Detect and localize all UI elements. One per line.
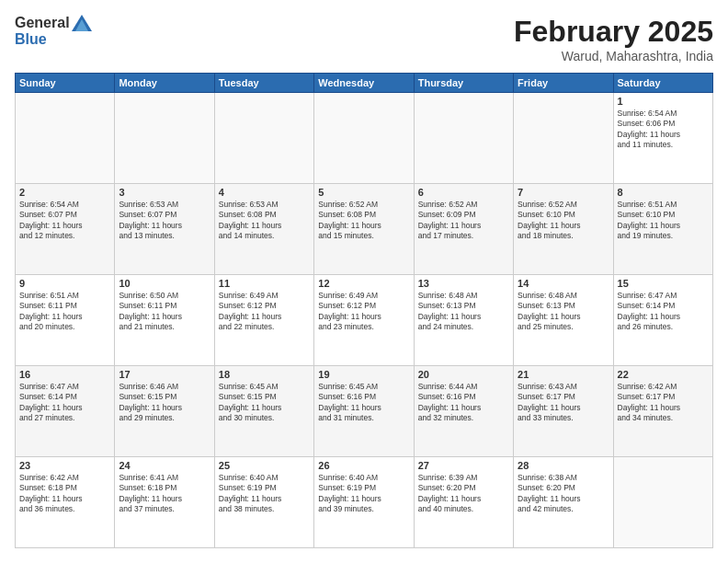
day-cell <box>16 93 115 184</box>
day-number: 18 <box>219 369 310 380</box>
day-cell: 5Sunrise: 6:52 AM Sunset: 6:08 PM Daylig… <box>314 184 414 275</box>
day-number: 3 <box>119 187 210 198</box>
day-cell: 3Sunrise: 6:53 AM Sunset: 6:07 PM Daylig… <box>115 184 214 275</box>
day-cell: 13Sunrise: 6:48 AM Sunset: 6:13 PM Dayli… <box>414 275 513 366</box>
day-cell: 15Sunrise: 6:47 AM Sunset: 6:14 PM Dayli… <box>613 275 712 366</box>
day-number: 25 <box>219 460 310 471</box>
day-number: 11 <box>219 278 310 289</box>
day-cell: 23Sunrise: 6:42 AM Sunset: 6:18 PM Dayli… <box>16 457 115 548</box>
day-number: 23 <box>19 460 110 471</box>
day-cell: 27Sunrise: 6:39 AM Sunset: 6:20 PM Dayli… <box>414 457 513 548</box>
logo-blue: Blue <box>15 31 92 48</box>
day-info: Sunrise: 6:45 AM Sunset: 6:16 PM Dayligh… <box>318 382 409 424</box>
day-cell: 4Sunrise: 6:53 AM Sunset: 6:08 PM Daylig… <box>214 184 313 275</box>
day-info: Sunrise: 6:52 AM Sunset: 6:10 PM Dayligh… <box>518 200 609 242</box>
day-info: Sunrise: 6:54 AM Sunset: 6:06 PM Dayligh… <box>618 109 709 151</box>
day-cell: 1Sunrise: 6:54 AM Sunset: 6:06 PM Daylig… <box>613 93 712 184</box>
day-cell: 12Sunrise: 6:49 AM Sunset: 6:12 PM Dayli… <box>314 275 414 366</box>
day-cell <box>613 457 712 548</box>
day-cell: 26Sunrise: 6:40 AM Sunset: 6:19 PM Dayli… <box>314 457 414 548</box>
day-cell: 18Sunrise: 6:45 AM Sunset: 6:15 PM Dayli… <box>214 366 313 457</box>
day-info: Sunrise: 6:53 AM Sunset: 6:07 PM Dayligh… <box>119 200 210 242</box>
day-info: Sunrise: 6:48 AM Sunset: 6:13 PM Dayligh… <box>518 291 609 333</box>
day-info: Sunrise: 6:51 AM Sunset: 6:10 PM Dayligh… <box>618 200 709 242</box>
weekday-header-sunday: Sunday <box>16 74 115 93</box>
weekday-header-monday: Monday <box>115 74 214 93</box>
day-info: Sunrise: 6:49 AM Sunset: 6:12 PM Dayligh… <box>318 291 409 333</box>
day-number: 6 <box>418 187 509 198</box>
logo-general: General <box>15 15 70 31</box>
day-info: Sunrise: 6:42 AM Sunset: 6:18 PM Dayligh… <box>19 473 110 515</box>
day-number: 15 <box>618 278 709 289</box>
day-info: Sunrise: 6:41 AM Sunset: 6:18 PM Dayligh… <box>119 473 210 515</box>
day-info: Sunrise: 6:51 AM Sunset: 6:11 PM Dayligh… <box>19 291 110 333</box>
day-number: 7 <box>518 187 609 198</box>
day-info: Sunrise: 6:44 AM Sunset: 6:16 PM Dayligh… <box>418 382 509 424</box>
day-number: 19 <box>318 369 409 380</box>
weekday-header-row: SundayMondayTuesdayWednesdayThursdayFrid… <box>16 74 713 93</box>
day-cell <box>214 93 313 184</box>
month-title: February 2025 <box>514 15 713 49</box>
day-number: 27 <box>418 460 509 471</box>
calendar-table: SundayMondayTuesdayWednesdayThursdayFrid… <box>15 73 713 548</box>
weekday-header-saturday: Saturday <box>613 74 712 93</box>
day-number: 9 <box>19 278 110 289</box>
day-number: 12 <box>318 278 409 289</box>
day-cell: 28Sunrise: 6:38 AM Sunset: 6:20 PM Dayli… <box>514 457 613 548</box>
day-number: 24 <box>119 460 210 471</box>
day-info: Sunrise: 6:45 AM Sunset: 6:15 PM Dayligh… <box>219 382 310 424</box>
day-number: 20 <box>418 369 509 380</box>
day-number: 10 <box>119 278 210 289</box>
weekday-header-thursday: Thursday <box>414 74 513 93</box>
day-info: Sunrise: 6:50 AM Sunset: 6:11 PM Dayligh… <box>119 291 210 333</box>
day-cell: 6Sunrise: 6:52 AM Sunset: 6:09 PM Daylig… <box>414 184 513 275</box>
day-cell <box>115 93 214 184</box>
day-info: Sunrise: 6:43 AM Sunset: 6:17 PM Dayligh… <box>518 382 609 424</box>
day-cell: 17Sunrise: 6:46 AM Sunset: 6:15 PM Dayli… <box>115 366 214 457</box>
day-number: 5 <box>318 187 409 198</box>
day-info: Sunrise: 6:38 AM Sunset: 6:20 PM Dayligh… <box>518 473 609 515</box>
title-block: February 2025 Warud, Maharashtra, India <box>514 15 713 63</box>
logo-icon <box>72 15 92 31</box>
weekday-header-tuesday: Tuesday <box>214 74 313 93</box>
logo: General Blue <box>15 15 92 48</box>
logo-content: General Blue <box>15 15 92 48</box>
day-cell: 8Sunrise: 6:51 AM Sunset: 6:10 PM Daylig… <box>613 184 712 275</box>
day-number: 4 <box>219 187 310 198</box>
day-cell: 24Sunrise: 6:41 AM Sunset: 6:18 PM Dayli… <box>115 457 214 548</box>
day-cell: 21Sunrise: 6:43 AM Sunset: 6:17 PM Dayli… <box>514 366 613 457</box>
day-info: Sunrise: 6:54 AM Sunset: 6:07 PM Dayligh… <box>19 200 110 242</box>
day-cell: 22Sunrise: 6:42 AM Sunset: 6:17 PM Dayli… <box>613 366 712 457</box>
day-number: 28 <box>518 460 609 471</box>
day-number: 13 <box>418 278 509 289</box>
day-cell <box>314 93 414 184</box>
location: Warud, Maharashtra, India <box>514 49 713 63</box>
day-info: Sunrise: 6:47 AM Sunset: 6:14 PM Dayligh… <box>618 291 709 333</box>
day-info: Sunrise: 6:40 AM Sunset: 6:19 PM Dayligh… <box>219 473 310 515</box>
day-cell: 11Sunrise: 6:49 AM Sunset: 6:12 PM Dayli… <box>214 275 313 366</box>
weekday-header-friday: Friday <box>514 74 613 93</box>
week-row-3: 16Sunrise: 6:47 AM Sunset: 6:14 PM Dayli… <box>16 366 713 457</box>
day-info: Sunrise: 6:39 AM Sunset: 6:20 PM Dayligh… <box>418 473 509 515</box>
weekday-header-wednesday: Wednesday <box>314 74 414 93</box>
day-number: 2 <box>19 187 110 198</box>
week-row-4: 23Sunrise: 6:42 AM Sunset: 6:18 PM Dayli… <box>16 457 713 548</box>
day-cell: 16Sunrise: 6:47 AM Sunset: 6:14 PM Dayli… <box>16 366 115 457</box>
day-cell: 9Sunrise: 6:51 AM Sunset: 6:11 PM Daylig… <box>16 275 115 366</box>
day-info: Sunrise: 6:52 AM Sunset: 6:09 PM Dayligh… <box>418 200 509 242</box>
day-info: Sunrise: 6:48 AM Sunset: 6:13 PM Dayligh… <box>418 291 509 333</box>
day-number: 1 <box>618 96 709 107</box>
day-info: Sunrise: 6:46 AM Sunset: 6:15 PM Dayligh… <box>119 382 210 424</box>
day-number: 26 <box>318 460 409 471</box>
day-number: 14 <box>518 278 609 289</box>
day-cell: 25Sunrise: 6:40 AM Sunset: 6:19 PM Dayli… <box>214 457 313 548</box>
day-cell: 14Sunrise: 6:48 AM Sunset: 6:13 PM Dayli… <box>514 275 613 366</box>
day-number: 16 <box>19 369 110 380</box>
day-cell <box>414 93 513 184</box>
week-row-2: 9Sunrise: 6:51 AM Sunset: 6:11 PM Daylig… <box>16 275 713 366</box>
day-info: Sunrise: 6:49 AM Sunset: 6:12 PM Dayligh… <box>219 291 310 333</box>
day-info: Sunrise: 6:53 AM Sunset: 6:08 PM Dayligh… <box>219 200 310 242</box>
week-row-1: 2Sunrise: 6:54 AM Sunset: 6:07 PM Daylig… <box>16 184 713 275</box>
day-cell: 19Sunrise: 6:45 AM Sunset: 6:16 PM Dayli… <box>314 366 414 457</box>
day-cell <box>514 93 613 184</box>
